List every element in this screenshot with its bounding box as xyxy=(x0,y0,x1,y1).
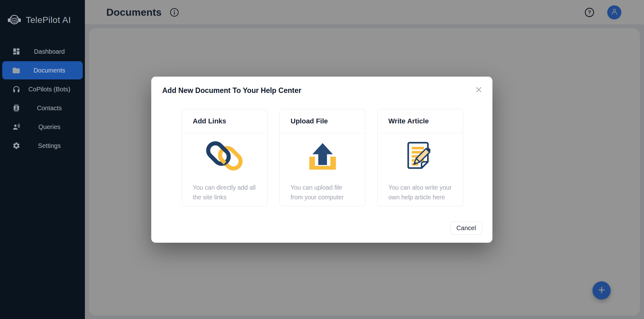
folder-icon xyxy=(12,66,20,75)
voice-icon xyxy=(12,123,20,131)
app: TelePilot AI Dashboard Documents xyxy=(0,0,644,319)
headphones-icon xyxy=(12,85,20,94)
modal-cards: Add Links You can directly a xyxy=(182,109,463,206)
write-article-icon xyxy=(378,140,463,173)
add-document-modal: Add New Document To Your Help Center Add… xyxy=(151,77,492,243)
sidebar-item-contacts[interactable]: Contacts xyxy=(2,99,83,117)
sidebar-item-label: Settings xyxy=(20,142,83,149)
chain-links-icon xyxy=(182,140,267,173)
cancel-button[interactable]: Cancel xyxy=(450,222,482,235)
sidebar-item-documents[interactable]: Documents xyxy=(2,61,83,79)
sidebar-item-dashboard[interactable]: Dashboard xyxy=(2,42,83,61)
brand-name: TelePilot AI xyxy=(26,15,71,25)
telepilot-logo-icon xyxy=(7,12,22,28)
sidebar-item-settings[interactable]: Settings xyxy=(2,137,83,155)
sidebar-item-label: Dashboard xyxy=(20,48,83,55)
contact-card-icon xyxy=(12,104,20,112)
sidebar-item-copilots[interactable]: CoPilots (Bots) xyxy=(2,80,83,98)
brand: TelePilot AI xyxy=(0,0,85,28)
sidebar-item-label: CoPilots (Bots) xyxy=(20,86,83,93)
sidebar-item-label: Documents xyxy=(20,67,83,74)
card-description: You can directly add all the site links xyxy=(193,183,262,202)
gear-icon xyxy=(12,142,20,150)
sidebar-item-label: Queries xyxy=(20,123,83,131)
upload-icon xyxy=(280,140,365,173)
card-description: You can also write your own help article… xyxy=(388,183,457,202)
close-icon[interactable] xyxy=(474,85,484,95)
card-title: Write Article xyxy=(378,109,463,133)
card-title: Upload File xyxy=(280,109,365,133)
card-description: You can upload file from your computer xyxy=(291,183,359,202)
sidebar-item-label: Contacts xyxy=(20,105,83,112)
upload-file-card[interactable]: Upload File You can upload file from you… xyxy=(280,109,365,206)
sidebar-nav: Dashboard Documents CoPilots (Bots) xyxy=(0,42,85,155)
modal-title: Add New Document To Your Help Center xyxy=(162,86,301,95)
sidebar: TelePilot AI Dashboard Documents xyxy=(0,0,85,319)
card-title: Add Links xyxy=(182,109,267,133)
sidebar-item-queries[interactable]: Queries xyxy=(2,118,83,136)
write-article-card[interactable]: Write Article xyxy=(377,109,463,206)
dashboard-icon xyxy=(12,47,20,56)
add-links-card[interactable]: Add Links You can directly a xyxy=(182,109,268,206)
